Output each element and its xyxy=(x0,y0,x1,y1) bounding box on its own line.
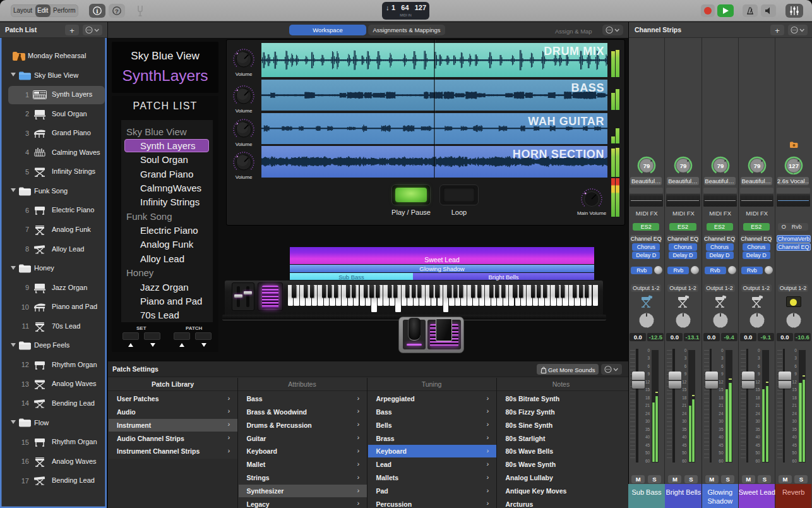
svg-text:?: ? xyxy=(115,8,119,15)
svg-text:79: 79 xyxy=(680,162,687,169)
svg-text:79: 79 xyxy=(717,162,724,169)
svg-text:79: 79 xyxy=(754,162,761,169)
svg-text:127: 127 xyxy=(789,162,799,169)
svg-text:79: 79 xyxy=(643,162,650,169)
